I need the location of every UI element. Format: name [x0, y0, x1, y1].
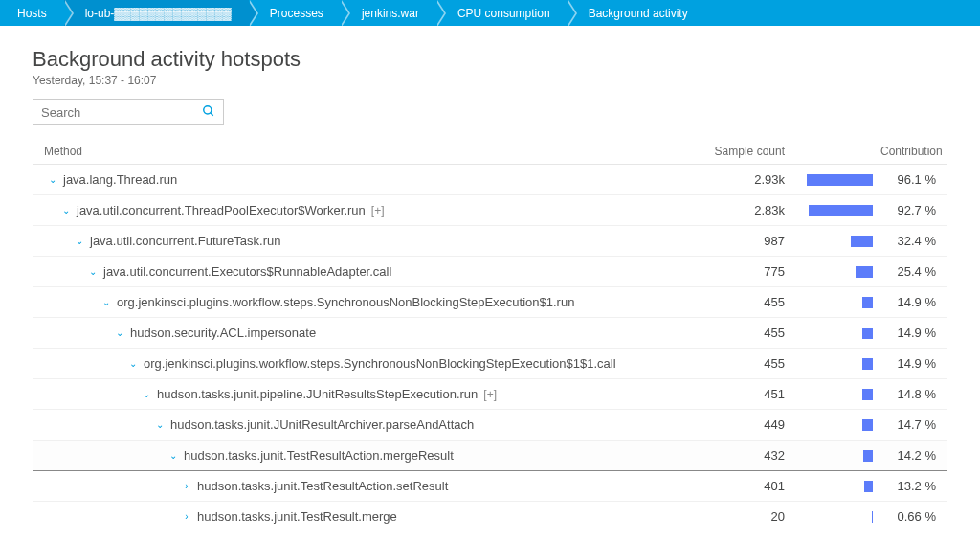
- chevron-down-icon[interactable]: ⌄: [86, 266, 100, 277]
- search-input[interactable]: [41, 105, 202, 120]
- expand-more-icon[interactable]: [+]: [371, 204, 385, 217]
- sample-count: 401: [689, 479, 804, 493]
- method-cell: ⌄hudson.tasks.junit.pipeline.JUnitResult…: [33, 387, 689, 401]
- chevron-down-icon[interactable]: ⌄: [153, 419, 167, 430]
- sample-count: 2.83k: [689, 203, 804, 217]
- method-label: hudson.tasks.junit.pipeline.JUnitResults…: [157, 387, 478, 401]
- breadcrumb-item[interactable]: Processes: [249, 0, 341, 26]
- table-row[interactable]: ⌄java.util.concurrent.FutureTask.run9873…: [33, 226, 947, 257]
- table-header: Method Sample count Contribution: [33, 139, 947, 165]
- contribution-bar: [804, 389, 880, 400]
- method-cell: ⌄hudson.tasks.junit.TestResultAction.mer…: [33, 448, 689, 463]
- sample-count: 775: [689, 264, 804, 279]
- sample-count: 451: [689, 387, 804, 401]
- sample-count: 455: [689, 326, 804, 340]
- contribution-bar: [804, 174, 880, 186]
- svg-line-1: [211, 112, 213, 115]
- sample-count: 20: [689, 509, 804, 524]
- method-cell: ⌄java.util.concurrent.Executors$Runnable…: [33, 264, 689, 279]
- time-range: Yesterday, 15:37 - 16:07: [33, 74, 947, 87]
- method-cell: ⌄java.lang.Thread.run: [33, 172, 689, 187]
- contribution-bar: [804, 297, 880, 308]
- contribution-pct: 25.4 %: [880, 264, 947, 279]
- table-row[interactable]: ⌄java.lang.Thread.run2.93k96.1 %: [33, 165, 947, 195]
- method-label: java.lang.Thread.run: [63, 172, 177, 187]
- expand-more-icon[interactable]: [+]: [483, 388, 497, 401]
- breadcrumb-item[interactable]: Hosts: [8, 0, 64, 26]
- method-label: hudson.tasks.junit.TestResult.merge: [197, 509, 397, 524]
- method-label: hudson.security.ACL.impersonate: [130, 326, 316, 340]
- breadcrumb-item[interactable]: CPU consumption: [436, 0, 568, 26]
- chevron-down-icon[interactable]: ⌄: [73, 236, 86, 246]
- chevron-right-icon[interactable]: ›: [180, 481, 193, 491]
- method-label: java.util.concurrent.ThreadPoolExecutor$…: [77, 203, 366, 217]
- sample-count: 449: [689, 418, 804, 432]
- contribution-pct: 32.4 %: [880, 234, 947, 248]
- table-row[interactable]: ›hudson.tasks.junit.TestResult.merge200.…: [33, 502, 947, 532]
- col-contrib: Contribution: [880, 145, 947, 158]
- contribution-pct: 0.66 %: [880, 509, 947, 524]
- table-row[interactable]: ⌄java.util.concurrent.Executors$Runnable…: [33, 257, 947, 287]
- method-label: org.jenkinsci.plugins.workflow.steps.Syn…: [144, 356, 616, 371]
- table-row[interactable]: ⌄hudson.tasks.junit.TestResultAction.mer…: [33, 441, 947, 471]
- search-box[interactable]: [33, 99, 224, 125]
- contribution-bar: [804, 328, 880, 339]
- hotspot-table: Method Sample count Contribution ⌄java.l…: [33, 139, 947, 532]
- contribution-pct: 14.9 %: [880, 326, 947, 340]
- contribution-pct: 13.2 %: [880, 479, 947, 493]
- table-row[interactable]: ⌄hudson.tasks.junit.pipeline.JUnitResult…: [33, 379, 947, 410]
- sample-count: 432: [689, 448, 804, 463]
- contribution-pct: 14.9 %: [880, 356, 947, 371]
- method-cell: ⌄org.jenkinsci.plugins.workflow.steps.Sy…: [33, 295, 689, 309]
- sample-count: 2.93k: [689, 172, 804, 187]
- method-label: hudson.tasks.junit.TestResultAction.merg…: [184, 448, 454, 463]
- chevron-down-icon[interactable]: ⌄: [100, 297, 113, 307]
- col-method: Method: [33, 145, 689, 158]
- sample-count: 987: [689, 234, 804, 248]
- chevron-down-icon[interactable]: ⌄: [46, 174, 59, 185]
- contribution-bar: [804, 358, 880, 370]
- col-bar: [804, 145, 880, 158]
- method-label: hudson.tasks.junit.JUnitResultArchiver.p…: [170, 418, 474, 432]
- contribution-bar: [804, 205, 880, 216]
- contribution-bar: [804, 450, 880, 462]
- sample-count: 455: [689, 356, 804, 371]
- table-row[interactable]: ⌄hudson.tasks.junit.JUnitResultArchiver.…: [33, 410, 947, 441]
- contribution-pct: 92.7 %: [880, 203, 947, 217]
- method-label: hudson.tasks.junit.TestResultAction.setR…: [197, 479, 448, 493]
- method-cell: ›hudson.tasks.junit.TestResultAction.set…: [33, 479, 689, 493]
- chevron-down-icon[interactable]: ⌄: [167, 450, 180, 461]
- contribution-pct: 14.8 %: [880, 387, 947, 401]
- col-sample: Sample count: [689, 145, 804, 158]
- chevron-down-icon[interactable]: ⌄: [59, 205, 73, 215]
- contribution-pct: 14.7 %: [880, 418, 947, 432]
- chevron-down-icon[interactable]: ⌄: [113, 328, 126, 338]
- method-cell: ⌄org.jenkinsci.plugins.workflow.steps.Sy…: [33, 356, 689, 371]
- method-label: org.jenkinsci.plugins.workflow.steps.Syn…: [117, 295, 574, 309]
- breadcrumb-item[interactable]: jenkins.war: [341, 0, 436, 26]
- method-cell: ›hudson.tasks.junit.TestResult.merge: [33, 509, 689, 524]
- table-row[interactable]: ⌄hudson.security.ACL.impersonate45514.9 …: [33, 318, 947, 349]
- svg-point-0: [204, 105, 212, 113]
- contribution-pct: 14.9 %: [880, 295, 947, 309]
- method-cell: ⌄hudson.tasks.junit.JUnitResultArchiver.…: [33, 418, 689, 432]
- breadcrumb-bar: Hostslo-ub-▓▓▓▓▓▓▓▓▓▓▓▓▓▓Processesjenkin…: [0, 0, 980, 26]
- chevron-down-icon[interactable]: ⌄: [140, 389, 153, 399]
- search-icon[interactable]: [202, 104, 215, 121]
- page-title: Background activity hotspots: [33, 47, 947, 72]
- method-cell: ⌄java.util.concurrent.ThreadPoolExecutor…: [33, 203, 689, 217]
- contribution-pct: 96.1 %: [880, 172, 947, 187]
- contribution-bar: [804, 481, 880, 492]
- method-cell: ⌄hudson.security.ACL.impersonate: [33, 326, 689, 340]
- table-row[interactable]: ›hudson.tasks.junit.TestResultAction.set…: [33, 471, 947, 502]
- contribution-pct: 14.2 %: [880, 448, 947, 463]
- table-row[interactable]: ⌄org.jenkinsci.plugins.workflow.steps.Sy…: [33, 287, 947, 318]
- table-row[interactable]: ⌄org.jenkinsci.plugins.workflow.steps.Sy…: [33, 349, 947, 379]
- breadcrumb-item[interactable]: Background activity: [568, 0, 705, 26]
- table-row[interactable]: ⌄java.util.concurrent.ThreadPoolExecutor…: [33, 195, 947, 226]
- contribution-bar: [804, 236, 880, 247]
- chevron-right-icon[interactable]: ›: [180, 511, 193, 522]
- contribution-bar: [804, 511, 880, 523]
- breadcrumb-item[interactable]: lo-ub-▓▓▓▓▓▓▓▓▓▓▓▓▓▓: [64, 0, 249, 26]
- chevron-down-icon[interactable]: ⌄: [126, 358, 140, 369]
